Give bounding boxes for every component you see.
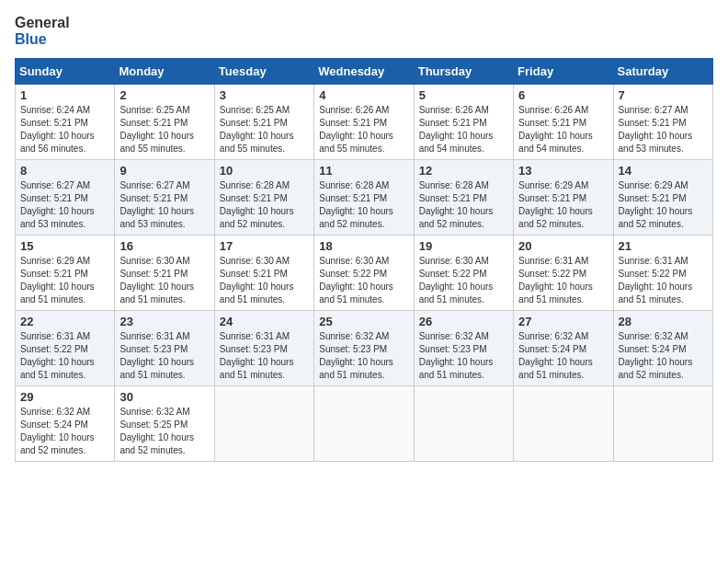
week-row-2: 8 Sunrise: 6:27 AM Sunset: 5:21 PM Dayli… [16, 160, 713, 236]
day-cell: 13 Sunrise: 6:29 AM Sunset: 5:21 PM Dayl… [514, 160, 613, 236]
day-header-monday: Monday [115, 59, 214, 85]
day-number: 19 [419, 239, 508, 253]
calendar-table: SundayMondayTuesdayWednesdayThursdayFrid… [15, 58, 713, 462]
day-info: Sunrise: 6:26 AM Sunset: 5:21 PM Dayligh… [419, 104, 508, 155]
day-number: 12 [419, 164, 508, 178]
day-number: 1 [20, 88, 109, 102]
day-number: 20 [518, 239, 608, 253]
day-cell: 28 Sunrise: 6:32 AM Sunset: 5:24 PM Dayl… [613, 311, 712, 386]
logo: General Blue [15, 15, 70, 47]
logo-general: General [15, 15, 70, 31]
day-cell: 10 Sunrise: 6:28 AM Sunset: 5:21 PM Dayl… [214, 160, 313, 236]
day-info: Sunrise: 6:30 AM Sunset: 5:21 PM Dayligh… [119, 255, 209, 306]
day-info: Sunrise: 6:25 AM Sunset: 5:21 PM Dayligh… [220, 104, 309, 155]
day-info: Sunrise: 6:24 AM Sunset: 5:21 PM Dayligh… [20, 104, 109, 155]
day-cell: 22 Sunrise: 6:31 AM Sunset: 5:22 PM Dayl… [16, 311, 115, 386]
day-number: 7 [619, 88, 708, 102]
day-cell: 12 Sunrise: 6:28 AM Sunset: 5:21 PM Dayl… [414, 160, 513, 236]
day-cell [214, 386, 313, 462]
day-info: Sunrise: 6:26 AM Sunset: 5:21 PM Dayligh… [518, 104, 608, 155]
day-info: Sunrise: 6:30 AM Sunset: 5:21 PM Dayligh… [220, 255, 309, 306]
day-number: 30 [119, 390, 209, 404]
day-info: Sunrise: 6:30 AM Sunset: 5:22 PM Dayligh… [419, 255, 508, 306]
day-cell: 15 Sunrise: 6:29 AM Sunset: 5:21 PM Dayl… [16, 236, 115, 311]
day-cell: 21 Sunrise: 6:31 AM Sunset: 5:22 PM Dayl… [613, 236, 712, 311]
day-cell: 4 Sunrise: 6:26 AM Sunset: 5:21 PM Dayli… [314, 85, 414, 160]
header: General Blue [15, 15, 713, 47]
day-info: Sunrise: 6:28 AM Sunset: 5:21 PM Dayligh… [220, 179, 309, 231]
day-number: 22 [20, 315, 109, 328]
day-cell: 30 Sunrise: 6:32 AM Sunset: 5:25 PM Dayl… [115, 386, 214, 462]
day-number: 5 [419, 88, 508, 102]
day-info: Sunrise: 6:29 AM Sunset: 5:21 PM Dayligh… [619, 179, 708, 231]
day-info: Sunrise: 6:32 AM Sunset: 5:25 PM Dayligh… [119, 406, 209, 457]
day-header-friday: Friday [514, 59, 613, 85]
day-cell: 16 Sunrise: 6:30 AM Sunset: 5:21 PM Dayl… [115, 236, 214, 311]
day-number: 26 [419, 315, 508, 328]
day-cell: 19 Sunrise: 6:30 AM Sunset: 5:22 PM Dayl… [414, 236, 513, 311]
day-cell: 26 Sunrise: 6:32 AM Sunset: 5:23 PM Dayl… [414, 311, 513, 386]
day-number: 9 [119, 164, 209, 178]
day-number: 8 [20, 164, 109, 178]
day-info: Sunrise: 6:27 AM Sunset: 5:21 PM Dayligh… [20, 179, 109, 231]
day-number: 14 [619, 164, 708, 178]
day-number: 16 [119, 239, 209, 253]
day-cell: 14 Sunrise: 6:29 AM Sunset: 5:21 PM Dayl… [613, 160, 712, 236]
day-cell [613, 386, 712, 462]
day-cell: 25 Sunrise: 6:32 AM Sunset: 5:23 PM Dayl… [314, 311, 414, 386]
day-info: Sunrise: 6:31 AM Sunset: 5:23 PM Dayligh… [220, 330, 309, 382]
day-info: Sunrise: 6:26 AM Sunset: 5:21 PM Dayligh… [319, 104, 408, 155]
day-cell: 23 Sunrise: 6:31 AM Sunset: 5:23 PM Dayl… [115, 311, 214, 386]
day-number: 15 [20, 239, 109, 253]
week-row-3: 15 Sunrise: 6:29 AM Sunset: 5:21 PM Dayl… [16, 236, 713, 311]
day-number: 25 [319, 315, 408, 328]
day-number: 29 [20, 390, 109, 404]
day-number: 21 [619, 239, 708, 253]
day-cell: 5 Sunrise: 6:26 AM Sunset: 5:21 PM Dayli… [414, 85, 513, 160]
day-cell: 7 Sunrise: 6:27 AM Sunset: 5:21 PM Dayli… [613, 85, 712, 160]
day-info: Sunrise: 6:27 AM Sunset: 5:21 PM Dayligh… [119, 179, 209, 231]
day-cell: 27 Sunrise: 6:32 AM Sunset: 5:24 PM Dayl… [514, 311, 613, 386]
day-info: Sunrise: 6:29 AM Sunset: 5:21 PM Dayligh… [518, 179, 608, 231]
day-info: Sunrise: 6:28 AM Sunset: 5:21 PM Dayligh… [419, 179, 508, 231]
day-header-saturday: Saturday [613, 59, 712, 85]
day-info: Sunrise: 6:32 AM Sunset: 5:24 PM Dayligh… [20, 406, 109, 457]
day-info: Sunrise: 6:31 AM Sunset: 5:22 PM Dayligh… [20, 330, 109, 382]
day-info: Sunrise: 6:32 AM Sunset: 5:24 PM Dayligh… [619, 330, 708, 382]
day-number: 23 [119, 315, 209, 328]
day-cell: 29 Sunrise: 6:32 AM Sunset: 5:24 PM Dayl… [16, 386, 115, 462]
day-number: 13 [518, 164, 608, 178]
day-info: Sunrise: 6:32 AM Sunset: 5:23 PM Dayligh… [319, 330, 408, 382]
week-row-4: 22 Sunrise: 6:31 AM Sunset: 5:22 PM Dayl… [16, 311, 713, 386]
day-cell: 24 Sunrise: 6:31 AM Sunset: 5:23 PM Dayl… [214, 311, 313, 386]
day-cell [314, 386, 414, 462]
day-cell: 2 Sunrise: 6:25 AM Sunset: 5:21 PM Dayli… [115, 85, 214, 160]
day-header-thursday: Thursday [414, 59, 513, 85]
day-info: Sunrise: 6:27 AM Sunset: 5:21 PM Dayligh… [619, 104, 708, 155]
day-cell: 17 Sunrise: 6:30 AM Sunset: 5:21 PM Dayl… [214, 236, 313, 311]
day-cell: 18 Sunrise: 6:30 AM Sunset: 5:22 PM Dayl… [314, 236, 414, 311]
day-header-wednesday: Wednesday [314, 59, 414, 85]
day-info: Sunrise: 6:32 AM Sunset: 5:23 PM Dayligh… [419, 330, 508, 382]
day-cell: 1 Sunrise: 6:24 AM Sunset: 5:21 PM Dayli… [16, 85, 115, 160]
day-number: 6 [518, 88, 608, 102]
day-info: Sunrise: 6:31 AM Sunset: 5:23 PM Dayligh… [119, 330, 209, 382]
day-number: 3 [220, 88, 309, 102]
day-header-tuesday: Tuesday [214, 59, 313, 85]
day-number: 17 [220, 239, 309, 253]
day-cell: 20 Sunrise: 6:31 AM Sunset: 5:22 PM Dayl… [514, 236, 613, 311]
day-number: 2 [119, 88, 209, 102]
day-cell: 6 Sunrise: 6:26 AM Sunset: 5:21 PM Dayli… [514, 85, 613, 160]
day-info: Sunrise: 6:28 AM Sunset: 5:21 PM Dayligh… [319, 179, 408, 231]
day-cell [414, 386, 513, 462]
day-info: Sunrise: 6:25 AM Sunset: 5:21 PM Dayligh… [119, 104, 209, 155]
logo-blue: Blue [15, 31, 47, 48]
day-info: Sunrise: 6:30 AM Sunset: 5:22 PM Dayligh… [319, 255, 408, 306]
day-info: Sunrise: 6:31 AM Sunset: 5:22 PM Dayligh… [619, 255, 708, 306]
day-cell: 11 Sunrise: 6:28 AM Sunset: 5:21 PM Dayl… [314, 160, 414, 236]
day-info: Sunrise: 6:32 AM Sunset: 5:24 PM Dayligh… [518, 330, 608, 382]
day-cell [514, 386, 613, 462]
day-cell: 9 Sunrise: 6:27 AM Sunset: 5:21 PM Dayli… [115, 160, 214, 236]
week-row-5: 29 Sunrise: 6:32 AM Sunset: 5:24 PM Dayl… [16, 386, 713, 462]
day-number: 27 [518, 315, 608, 328]
